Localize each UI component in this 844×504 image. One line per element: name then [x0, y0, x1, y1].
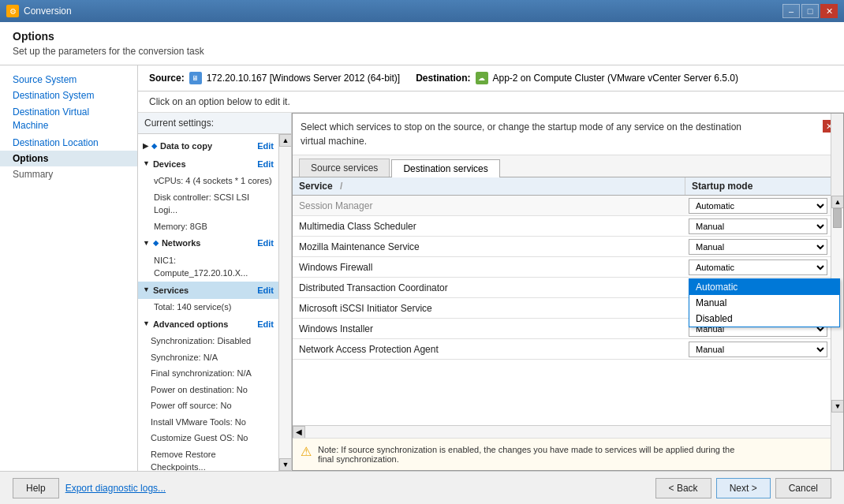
service-startup[interactable]: Automatic [685, 196, 843, 215]
diamond-icon: ◆ [151, 141, 157, 152]
title-bar-left: ⚙ Conversion [6, 5, 72, 17]
app-icon: ⚙ [6, 5, 19, 17]
settings-scroll[interactable]: ▲ ▼ ▶ ◆ Data to copy Edit [138, 134, 291, 471]
page-subtitle: Set up the parameters for the conversion… [13, 46, 831, 57]
help-button[interactable]: Help [13, 478, 59, 498]
source-server-icon: 🖥 [189, 72, 202, 84]
networks-section: ▼ ◆ Networks Edit [138, 234, 278, 252]
service-startup[interactable]: Manual [685, 237, 843, 256]
advanced-edit[interactable]: Edit [257, 318, 274, 331]
startup-select[interactable]: Manual [689, 239, 827, 255]
minimize-button[interactable]: – [782, 4, 800, 18]
startup-select[interactable]: Manual [689, 218, 827, 234]
scroll-track [279, 147, 291, 458]
settings-panel: Current settings: ▲ ▼ ▶ ◆ Data to copy [138, 113, 292, 471]
advanced-options-section: ▼ Advanced options Edit [138, 315, 278, 334]
tabs-bar: Source services Destination services [293, 155, 843, 177]
dropdown-option-manual[interactable]: Manual [689, 295, 839, 311]
devices-arrow: ▼ [143, 159, 150, 170]
sidebar-item-summary[interactable]: Summary [0, 166, 137, 182]
disk-item: Disk controller: SCSI LSI Logi... [138, 189, 278, 218]
service-name: Windows Installer [293, 321, 685, 337]
service-name: Network Access Protection Agent [293, 342, 685, 357]
remove-restore-item: Remove Restore Checkpoints... [138, 446, 278, 472]
networks-arrow: ▼ [143, 238, 150, 249]
next-button[interactable]: Next > [716, 478, 771, 498]
table-scroll-down[interactable]: ▼ [831, 400, 843, 413]
networks-edit[interactable]: Edit [257, 237, 274, 250]
table-row: Windows Firewall Automatic Automatic [293, 257, 843, 278]
advanced-label: Advanced options [153, 318, 228, 331]
dropdown-option-disabled[interactable]: Disabled [689, 311, 839, 327]
content-area: Source System Destination System Destina… [0, 65, 844, 471]
startup-select[interactable]: Automatic [689, 259, 827, 275]
nic1-item: NIC1: Compute_172.20.10.X... [138, 252, 278, 282]
install-vmware-item: Install VMware Tools: No [138, 414, 278, 431]
dest-text: App-2 on Compute Cluster (VMware vCenter… [493, 73, 738, 84]
table-scroll-up[interactable]: ▲ [831, 196, 843, 208]
close-button[interactable]: ✕ [820, 4, 838, 18]
data-to-copy-label: Data to copy [160, 140, 212, 153]
cancel-button[interactable]: Cancel [775, 478, 831, 498]
sidebar-item-source-system[interactable]: Source System [0, 72, 137, 88]
table-row: Mozilla Maintenance Service Manual [293, 237, 843, 257]
title-bar: ⚙ Conversion – □ ✕ [0, 0, 844, 22]
memory-item: Memory: 8GB [138, 218, 278, 235]
h-scroll-left-btn[interactable]: ◀ [293, 426, 305, 439]
export-logs-button[interactable]: Export diagnostic logs... [65, 483, 166, 494]
tab-source-services[interactable]: Source services [299, 159, 390, 177]
dropdown-option-automatic[interactable]: Automatic [689, 279, 839, 295]
sort-separator: / [340, 181, 342, 192]
service-startup[interactable]: Manual [685, 340, 843, 359]
sync-disabled-item: Synchronization: Disabled [138, 333, 278, 349]
note-text: Note: If source synchronization is enabl… [318, 445, 734, 464]
devices-edit[interactable]: Edit [257, 158, 274, 171]
window-title: Conversion [24, 6, 72, 17]
h-scroll-track [305, 426, 831, 438]
advanced-arrow: ▼ [143, 319, 150, 330]
window-controls: – □ ✕ [782, 4, 838, 18]
sidebar-item-destination-location[interactable]: Destination Location [0, 135, 137, 151]
scroll-up-btn[interactable]: ▲ [279, 134, 291, 147]
instruction-text: Click on an option below to edit it. [138, 91, 844, 113]
service-startup[interactable]: Manual [685, 217, 843, 236]
source-text: 172.20.10.167 [Windows Server 2012 (64-b… [207, 73, 400, 84]
data-to-copy-section: ▶ ◆ Data to copy Edit [138, 137, 278, 155]
data-to-copy-edit[interactable]: Edit [257, 140, 274, 153]
back-button[interactable]: < Back [655, 478, 711, 498]
table-row: Network Access Protection Agent Manual [293, 339, 843, 360]
startup-select[interactable]: Automatic [689, 198, 827, 214]
dest-label: Destination: [416, 73, 470, 84]
power-dest-item: Power on destination: No [138, 382, 278, 398]
diamond-networks-icon: ◆ [153, 238, 159, 249]
service-startup[interactable]: Automatic Automatic Manual Disabled [685, 258, 843, 277]
sidebar-item-destination-vm[interactable]: Destination Virtual Machine [0, 103, 137, 135]
startup-select[interactable]: Manual [689, 342, 827, 357]
services-label: Services [153, 284, 189, 297]
table-row: Multimedia Class Scheduler Manual [293, 216, 843, 237]
networks-label: Networks [162, 237, 201, 250]
startup-dropdown: Automatic Manual Disabled [689, 278, 840, 327]
customize-guest-item: Customize Guest OS: No [138, 430, 278, 446]
services-edit[interactable]: Edit [257, 284, 274, 297]
scroll-down-btn[interactable]: ▼ [279, 458, 291, 471]
settings-header: Current settings: [138, 113, 291, 134]
dialog-header: Select which services to stop on the sou… [293, 114, 843, 155]
table-row: Session Manager Automatic [293, 196, 843, 216]
table-scroll[interactable]: ▲ ▼ Session Manager [293, 196, 843, 425]
data-copy-arrow: ▶ [143, 141, 148, 152]
th-startup: Startup mode [685, 177, 843, 195]
total-services-item: Total: 140 service(s) [138, 299, 278, 315]
service-name: Microsoft iSCSI Initiator Service [293, 301, 685, 316]
dest-info: Destination: ☁ App-2 on Compute Cluster … [416, 72, 738, 84]
note-area: ⚠ Note: If source synchronization is ena… [293, 438, 843, 470]
services-dialog: Select which services to stop on the sou… [292, 113, 844, 471]
table-header: Service / Startup mode [293, 177, 843, 196]
sidebar-item-destination-system[interactable]: Destination System [0, 88, 137, 103]
maximize-button[interactable]: □ [801, 4, 819, 18]
warning-icon: ⚠ [301, 444, 312, 459]
tab-destination-services[interactable]: Destination services [391, 159, 499, 177]
left-nav: Source System Destination System Destina… [0, 65, 138, 471]
main-container: Options Set up the parameters for the co… [0, 22, 844, 504]
services-section: ▼ Services Edit [138, 282, 278, 300]
